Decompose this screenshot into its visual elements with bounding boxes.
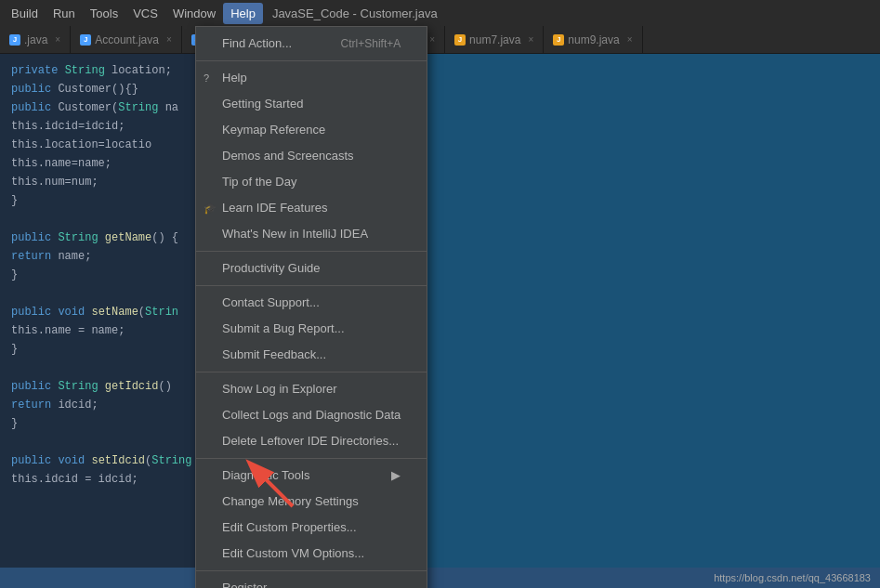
help-dropdown: Find Action... Ctrl+Shift+A ? Help Getti… xyxy=(195,26,427,588)
code-line: } xyxy=(0,340,195,359)
menu-item-productivity[interactable]: Productivity Guide xyxy=(196,255,427,281)
tab-label-account: Account.java xyxy=(95,33,159,46)
find-action-shortcut: Ctrl+Shift+A xyxy=(341,34,401,53)
tab-close-num1[interactable]: × xyxy=(429,34,435,45)
menu-item-edit-properties[interactable]: Edit Custom Properties... xyxy=(196,515,427,541)
tab-close-account[interactable]: × xyxy=(166,34,172,45)
menu-item-change-memory[interactable]: Change Memory Settings xyxy=(196,489,427,515)
menu-item-learn-ide[interactable]: 🎓 Learn IDE Features xyxy=(196,195,427,221)
tab-account[interactable]: J Account.java × xyxy=(71,26,182,53)
menu-item-bug-report[interactable]: Submit a Bug Report... xyxy=(196,316,427,342)
menu-run[interactable]: Run xyxy=(46,3,83,24)
code-line: this.location=locatio xyxy=(0,136,195,154)
menu-help[interactable]: Help xyxy=(223,3,263,24)
menu-item-tip[interactable]: Tip of the Day xyxy=(196,169,427,195)
code-line: this.idcid=idcid; xyxy=(0,117,195,136)
tab-label: .java xyxy=(24,33,47,46)
code-line: } xyxy=(0,266,195,284)
code-line: this.idcid = idcid; xyxy=(0,470,195,489)
menu-build[interactable]: Build xyxy=(4,3,46,24)
status-url: https://blog.csdn.net/qq_43668183 xyxy=(714,572,871,583)
show-log-label: Show Log in Explorer xyxy=(222,380,337,399)
bug-report-label: Submit a Bug Report... xyxy=(222,320,345,338)
edit-properties-label: Edit Custom Properties... xyxy=(222,518,357,537)
code-editor[interactable]: private String location; public Customer… xyxy=(0,54,195,588)
learn-ide-label: Learn IDE Features xyxy=(222,199,327,217)
svg-line-1 xyxy=(251,464,293,506)
getting-started-label: Getting Started xyxy=(222,95,303,113)
red-arrow-indicator xyxy=(232,441,307,518)
window-title: JavaSE_Code - Customer.java xyxy=(272,7,438,20)
separator-2 xyxy=(196,251,427,252)
separator-4 xyxy=(196,372,427,372)
code-line: public void setIdcid(String idcid) { xyxy=(0,451,195,470)
menu-item-delete-leftover[interactable]: Delete Leftover IDE Directories... xyxy=(196,428,427,454)
menu-item-collect-logs[interactable]: Collect Logs and Diagnostic Data xyxy=(196,402,427,428)
code-line: public String getName() { xyxy=(0,229,195,247)
tip-label: Tip of the Day xyxy=(222,173,296,191)
code-line: } xyxy=(0,191,195,210)
tab-label-num7: num7.java xyxy=(469,33,520,46)
menu-find-action[interactable]: Find Action... Ctrl+Shift+A xyxy=(196,31,427,57)
demos-label: Demos and Screencasts xyxy=(222,147,354,165)
menu-item-keymap[interactable]: Keymap Reference xyxy=(196,117,427,143)
tab-close-num9[interactable]: × xyxy=(627,34,633,45)
statusbar: https://blog.csdn.net/qq_43668183 xyxy=(0,568,880,588)
keymap-label: Keymap Reference xyxy=(222,121,325,139)
code-line: return name; xyxy=(0,247,195,266)
separator-6 xyxy=(196,570,427,571)
edit-vm-label: Edit Custom VM Options... xyxy=(222,544,364,563)
tab-icon-java: J xyxy=(9,34,20,46)
question-icon: ? xyxy=(204,69,209,87)
menu-item-demos[interactable]: Demos and Screencasts xyxy=(196,143,427,169)
tab-close[interactable]: × xyxy=(55,34,60,45)
collect-logs-label: Collect Logs and Diagnostic Data xyxy=(222,406,401,425)
menubar: Build Run Tools VCS Window Help JavaSE_C… xyxy=(0,0,880,26)
tab-icon-num9: J xyxy=(553,34,564,46)
code-line xyxy=(0,210,195,229)
code-line: public Customer(String na xyxy=(0,98,195,117)
code-line: this.name = name; xyxy=(0,321,195,340)
tab-num9[interactable]: J num9.java × xyxy=(544,26,642,53)
menu-item-contact-support[interactable]: Contact Support... xyxy=(196,290,427,316)
menu-item-edit-vm[interactable]: Edit Custom VM Options... xyxy=(196,541,427,567)
code-line: this.num=num; xyxy=(0,173,195,191)
separator-1 xyxy=(196,60,427,61)
tab-icon-num7: J xyxy=(454,34,466,46)
menu-item-diagnostic-tools[interactable]: Diagnostic Tools ▶ xyxy=(196,463,427,489)
menu-item-feedback[interactable]: Submit Feedback... xyxy=(196,342,427,368)
contact-support-label: Contact Support... xyxy=(222,294,320,312)
tab-num7[interactable]: J num7.java × xyxy=(445,26,544,53)
help-label: Help xyxy=(222,69,247,87)
tabbar: J .java × J Account.java × J ba × J num7… xyxy=(0,26,880,54)
productivity-label: Productivity Guide xyxy=(222,259,321,278)
code-line: this.name=name; xyxy=(0,154,195,173)
menu-item-getting-started[interactable]: Getting Started xyxy=(196,91,427,117)
editor-area: private String location; public Customer… xyxy=(0,54,880,588)
tab-java[interactable]: J .java × xyxy=(0,26,71,53)
code-line xyxy=(0,359,195,377)
menu-item-help[interactable]: ? Help xyxy=(196,65,427,91)
code-line: } xyxy=(0,414,195,433)
tab-close-num7[interactable]: × xyxy=(528,34,533,45)
menu-item-whats-new[interactable]: What's New in IntelliJ IDEA xyxy=(196,221,427,247)
whats-new-label: What's New in IntelliJ IDEA xyxy=(222,225,368,243)
find-action-label: Find Action... xyxy=(222,34,292,53)
code-line: public String getIdcid() xyxy=(0,377,195,396)
separator-5 xyxy=(196,458,427,459)
tab-icon-account: J xyxy=(80,34,91,46)
code-line: return idcid; xyxy=(0,396,195,414)
tab-label-num9: num9.java xyxy=(568,33,619,46)
code-line: public void setName(Strin xyxy=(0,303,195,321)
submenu-arrow: ▶ xyxy=(391,466,401,485)
feedback-label: Submit Feedback... xyxy=(222,346,326,364)
menu-window[interactable]: Window xyxy=(165,3,223,24)
code-line xyxy=(0,284,195,303)
separator-3 xyxy=(196,285,427,286)
code-line: public Customer(){} xyxy=(0,80,195,98)
menu-tools[interactable]: Tools xyxy=(83,3,125,24)
menu-item-show-log[interactable]: Show Log in Explorer xyxy=(196,376,427,402)
menu-item-register[interactable]: Register... xyxy=(196,575,427,588)
code-line xyxy=(0,433,195,451)
menu-vcs[interactable]: VCS xyxy=(125,3,165,24)
